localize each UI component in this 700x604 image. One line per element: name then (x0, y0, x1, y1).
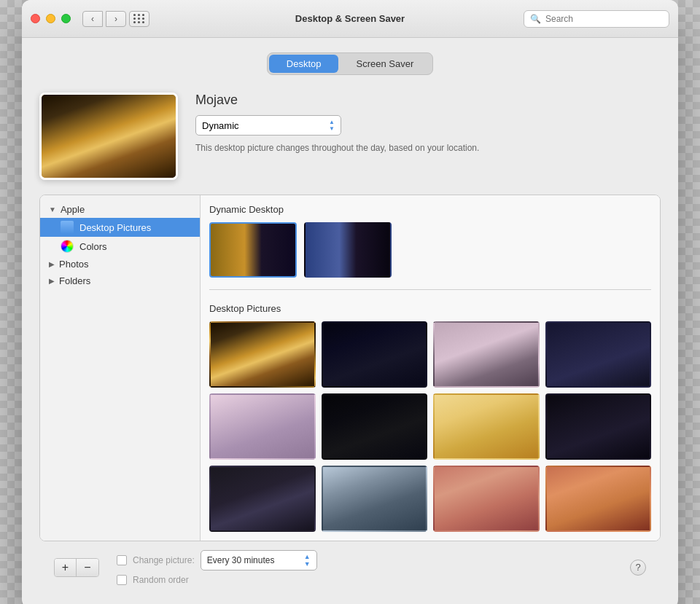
dot (142, 21, 144, 23)
thumb-wallpaper-2[interactable] (322, 321, 428, 388)
interval-dropdown[interactable]: Every 30 minutes ▲▼ (201, 550, 317, 570)
sidebar-desktop-pictures-label: Desktop Pictures (79, 222, 151, 233)
expand-arrow-icon: ▶ (49, 260, 55, 268)
thumb-wallpaper-8[interactable] (545, 393, 652, 460)
random-order-row: Random order (117, 575, 317, 585)
wallpaper-name: Mojave (195, 93, 661, 108)
random-order-checkbox[interactable] (117, 575, 127, 585)
sidebar-section-apple[interactable]: ▼ Apple (40, 201, 200, 218)
tab-screen-saver[interactable]: Screen Saver (338, 55, 431, 73)
sidebar-section-photos[interactable]: ▶ Photos (40, 256, 200, 272)
thumb-wallpaper-3[interactable] (433, 321, 540, 388)
wallpaper-preview (39, 93, 178, 180)
desktop-section: Mojave Dynamic ▲▼ This desktop picture c… (39, 93, 661, 180)
color-wheel-icon (61, 240, 74, 253)
search-icon: 🔍 (530, 14, 541, 24)
nav-buttons: ‹ › (82, 11, 126, 27)
wallpaper-description: This desktop picture changes throughout … (195, 143, 661, 153)
dropdown-arrows-icon: ▲▼ (329, 119, 335, 132)
back-button[interactable]: ‹ (82, 11, 103, 27)
forward-button[interactable]: › (106, 11, 126, 27)
tab-desktop[interactable]: Desktop (269, 55, 339, 73)
minimize-button[interactable] (46, 14, 55, 23)
dot (138, 17, 140, 20)
maximize-button[interactable] (61, 14, 71, 23)
thumb-wallpaper-1[interactable] (209, 321, 316, 388)
dynamic-desktop-grid (209, 222, 651, 278)
titlebar: ‹ › Desktop & Screen Saver 🔍 (22, 0, 678, 38)
sidebar-colors-label: Colors (79, 241, 107, 252)
wallpaper-info: Mojave Dynamic ▲▼ This desktop picture c… (195, 93, 661, 180)
gallery-panel: Dynamic Desktop Desktop Pictures (201, 195, 660, 541)
sidebar-apple-label: Apple (61, 204, 85, 215)
thumb-wallpaper-10[interactable] (322, 466, 428, 532)
preview-image (42, 95, 176, 178)
desktop-pictures-title: Desktop Pictures (209, 303, 651, 314)
thumb-dynamic-1[interactable] (209, 222, 297, 278)
interval-value: Every 30 minutes (207, 555, 275, 565)
search-input[interactable] (545, 14, 663, 24)
dropdown-value: Dynamic (202, 120, 239, 131)
interval-arrows-icon: ▲▼ (304, 553, 311, 568)
tab-bar: Desktop Screen Saver (39, 52, 661, 75)
bottom-bar: + − Change picture: Every 30 minutes ▲▼ … (39, 541, 661, 594)
thumb-wallpaper-4[interactable] (545, 321, 652, 388)
sidebar: ▼ Apple Desktop Pictures Colors ▶ Photos… (40, 195, 201, 541)
change-picture-row: Change picture: Every 30 minutes ▲▼ (117, 550, 317, 570)
close-button[interactable] (31, 14, 40, 23)
wallpaper-grid (209, 321, 651, 532)
change-picture-checkbox[interactable] (117, 555, 127, 565)
thumb-wallpaper-5[interactable] (209, 393, 316, 460)
main-body: ▼ Apple Desktop Pictures Colors ▶ Photos… (39, 195, 661, 541)
dynamic-desktop-title: Dynamic Desktop (209, 204, 651, 215)
change-picture-label: Change picture: (133, 555, 195, 565)
expand-arrow-icon-2: ▶ (49, 277, 55, 285)
dot (138, 14, 140, 16)
folder-icon (61, 221, 74, 234)
thumb-wallpaper-9[interactable] (209, 466, 316, 532)
thumb-wallpaper-11[interactable] (433, 466, 540, 532)
sidebar-photos-label: Photos (59, 259, 88, 270)
sidebar-section-folders[interactable]: ▶ Folders (40, 272, 200, 289)
dropdown-row: Dynamic ▲▼ (195, 115, 661, 136)
search-box[interactable]: 🔍 (524, 10, 669, 28)
dot (133, 17, 136, 20)
help-button[interactable]: ? (630, 560, 646, 576)
add-remove-buttons: + − (54, 558, 99, 577)
remove-button[interactable]: − (77, 559, 98, 576)
dot (138, 21, 140, 23)
wallpaper-mode-dropdown[interactable]: Dynamic ▲▼ (195, 115, 341, 136)
main-window: ‹ › Desktop & Screen Saver 🔍 (22, 0, 678, 604)
thumb-wallpaper-6[interactable] (322, 393, 428, 460)
collapse-arrow-icon: ▼ (49, 205, 56, 213)
dot (142, 17, 144, 20)
tab-group: Desktop Screen Saver (267, 52, 433, 75)
grid-view-button[interactable] (129, 11, 149, 27)
change-options: Change picture: Every 30 minutes ▲▼ Rand… (117, 550, 317, 585)
sidebar-folders-label: Folders (59, 275, 90, 286)
sidebar-item-desktop-pictures[interactable]: Desktop Pictures (40, 218, 200, 237)
dot (133, 14, 136, 16)
dot (133, 21, 136, 23)
window-title: Desktop & Screen Saver (295, 13, 405, 24)
dot (142, 14, 144, 16)
thumb-wallpaper-7[interactable] (433, 393, 540, 460)
sidebar-item-colors[interactable]: Colors (40, 237, 200, 256)
add-button[interactable]: + (55, 559, 77, 576)
random-order-label: Random order (133, 575, 189, 585)
separator (209, 289, 651, 290)
traffic-lights (31, 14, 71, 23)
thumb-dynamic-2[interactable] (304, 222, 392, 278)
thumb-wallpaper-12[interactable] (545, 466, 652, 532)
content-area: Desktop Screen Saver Mojave Dynamic ▲▼ T… (22, 38, 678, 604)
